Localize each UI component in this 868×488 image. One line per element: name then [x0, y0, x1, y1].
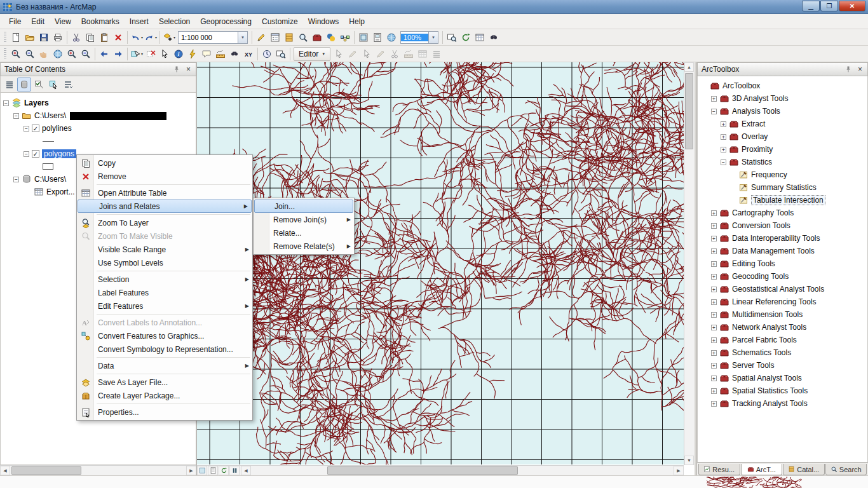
context-menu-convert-features-to-graphics[interactable]: Convert Features to Graphics... [77, 329, 252, 342]
chevron-down-icon[interactable]: ▼ [238, 32, 247, 43]
toolbox-item-network-analyst-tools[interactable]: +Network Analyst Tools [700, 321, 867, 334]
expand-icon[interactable]: + [711, 274, 717, 280]
viewer-button[interactable] [445, 30, 459, 44]
sketch-props-button[interactable] [430, 47, 444, 61]
collapse-icon[interactable]: − [711, 109, 717, 114]
submenu-remove-join-s[interactable]: Remove Join(s)▶ [254, 213, 354, 226]
zoom-in-button[interactable] [9, 47, 23, 61]
add-data-button[interactable]: ▾ [162, 30, 176, 44]
submenu-join[interactable]: Join... [254, 200, 353, 213]
expand-icon[interactable]: + [711, 350, 717, 356]
search-window-button[interactable] [296, 30, 310, 44]
close-button[interactable]: ✕ [839, 1, 865, 11]
full-extent-button[interactable] [51, 47, 65, 61]
delete-x-button[interactable] [111, 30, 125, 44]
list-visibility-button[interactable] [32, 78, 46, 92]
reshape-button[interactable] [374, 47, 388, 61]
tab-arct[interactable]: ArcT... [741, 464, 783, 475]
expand-icon[interactable]: + [711, 312, 717, 318]
map-canvas[interactable] [197, 62, 684, 464]
toolbox-item-spatial-statistics-tools[interactable]: +Spatial Statistics Tools [700, 384, 867, 397]
pointer-button[interactable] [332, 47, 346, 61]
context-menu-visible-scale-range[interactable]: Visible Scale Range▶ [77, 243, 252, 256]
list-source-button[interactable] [17, 78, 31, 92]
menu-bookmarks[interactable]: Bookmarks [76, 15, 125, 28]
layout-view-button[interactable] [208, 466, 218, 475]
expand-icon[interactable]: + [711, 210, 717, 216]
expand-icon[interactable]: + [711, 376, 717, 381]
expand-icon[interactable]: + [721, 121, 726, 127]
find-button[interactable] [227, 47, 241, 61]
menu-customize[interactable]: Customize [257, 15, 303, 28]
data-view-button[interactable] [197, 466, 207, 475]
vertices-button[interactable] [360, 47, 374, 61]
toolbar-grip[interactable] [4, 48, 6, 60]
pin-icon[interactable] [843, 65, 853, 74]
editor-dropdown[interactable]: Editor▼ [294, 47, 330, 61]
toolbox-item-multidimension-tools[interactable]: +Multidimension Tools [700, 308, 867, 321]
forward-button[interactable] [111, 47, 125, 61]
expand-icon[interactable]: + [721, 134, 726, 140]
toolbox-item-server-tools[interactable]: +Server Tools [700, 359, 867, 372]
toc-root-layers[interactable]: − Layers [3, 97, 196, 109]
identify-button[interactable]: i [172, 47, 186, 61]
expand-icon[interactable]: + [711, 261, 717, 267]
find-button[interactable] [487, 30, 501, 44]
cut-polygons-button[interactable] [388, 47, 402, 61]
collapse-icon[interactable]: − [13, 177, 19, 182]
time-slider-button[interactable] [260, 47, 274, 61]
collapse-icon[interactable]: − [3, 100, 9, 106]
context-menu-zoom-to-make-visible[interactable]: Zoom To Make Visible [77, 229, 252, 243]
toolbox-item-schematics-tools[interactable]: +Schematics Tools [700, 346, 867, 359]
zoom-percent-combo[interactable]: 100%▼ [400, 31, 438, 44]
toolbox-item-cartography-tools[interactable]: +Cartography Tools [700, 207, 867, 219]
context-menu-save-as-layer-file[interactable]: Save As Layer File... [77, 376, 252, 389]
full-extent-button[interactable] [384, 30, 398, 44]
hyperlink-button[interactable] [186, 47, 200, 61]
modelbuilder-button[interactable] [338, 30, 352, 44]
pin-icon[interactable] [172, 65, 181, 74]
scroll-left-icon[interactable]: ◀ [0, 466, 10, 475]
toolbox-item-linear-referencing-tools[interactable]: +Linear Referencing Tools [700, 295, 867, 308]
polylines-checkbox[interactable]: ✓ [32, 125, 39, 132]
refresh-view-button[interactable] [219, 466, 229, 475]
collapse-icon[interactable]: − [721, 159, 726, 165]
collapse-icon[interactable]: − [13, 113, 19, 119]
pointer-button[interactable] [158, 47, 172, 61]
clear-selection-button[interactable] [144, 47, 158, 61]
back-button[interactable] [97, 47, 111, 61]
toolbox-item-editing-tools[interactable]: +Editing Tools [700, 257, 867, 270]
open-folder-button[interactable] [23, 30, 37, 44]
toolbox-item-arctoolbox[interactable]: ArcToolbox [700, 79, 867, 92]
html-popup-button[interactable] [200, 47, 214, 61]
table-button[interactable] [473, 30, 487, 44]
chevron-down-icon[interactable]: ▼ [428, 32, 438, 43]
scroll-right-icon[interactable]: ▶ [674, 466, 684, 475]
toolbox-item-summary-statistics[interactable]: Summary Statistics [700, 181, 867, 194]
zoom-out-button[interactable] [23, 47, 37, 61]
redo-button[interactable]: ▾ [144, 30, 158, 44]
list-selection-button[interactable] [46, 78, 60, 92]
expand-icon[interactable]: + [711, 388, 717, 394]
toolbox-item-tabulate-intersection[interactable]: Tabulate Intersection [700, 194, 867, 207]
menu-windows[interactable]: Windows [303, 15, 344, 28]
menu-help[interactable]: Help [344, 15, 370, 28]
save-button[interactable] [37, 30, 51, 44]
scroll-up-icon[interactable]: ▲ [684, 62, 694, 72]
select-features-button[interactable]: ▾ [130, 47, 144, 61]
data-frame-button[interactable] [356, 30, 370, 44]
measure-button[interactable] [402, 47, 416, 61]
new-document-button[interactable] [9, 30, 23, 44]
catalog-button[interactable] [282, 30, 296, 44]
pencil-button[interactable] [254, 30, 268, 44]
map-scale-combo[interactable]: 1:100 000▼ [178, 31, 248, 44]
tab-catal[interactable]: Catal... [783, 464, 825, 475]
scrollbar-thumb[interactable] [11, 466, 81, 475]
pause-drawing-button[interactable] [229, 466, 240, 475]
toolbar-grip[interactable] [4, 32, 6, 43]
polygons-checkbox[interactable]: ✓ [32, 150, 39, 158]
undo-button[interactable]: ▾ [130, 30, 144, 44]
toolbox-item-data-management-tools[interactable]: +Data Management Tools [700, 245, 867, 257]
menu-edit[interactable]: Edit [26, 15, 50, 28]
toolbox-item-data-interoperability-tools[interactable]: +Data Interoperability Tools [700, 232, 867, 245]
